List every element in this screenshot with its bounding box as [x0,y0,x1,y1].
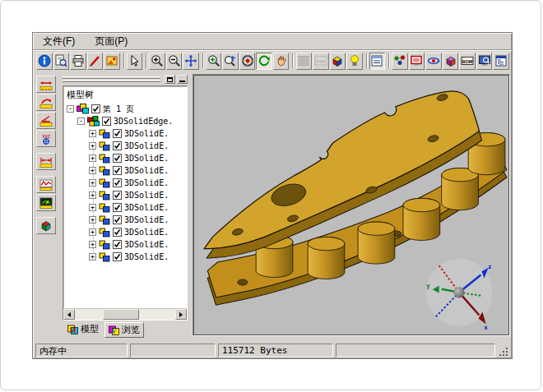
tree-item-row: + 3DSolidE. [63,226,187,238]
expand-toggle[interactable]: + [89,167,96,174]
tab-browse-label: 浏览 [122,324,140,336]
page-checkbox[interactable] [91,104,100,113]
menu-file[interactable]: 文件(F) [41,34,77,49]
part-icon [99,240,110,250]
expand-toggle[interactable]: + [89,241,96,248]
assembly-tools-button[interactable] [392,53,408,70]
structure-tree-button[interactable] [493,53,509,70]
coordinate-button[interactable]: xyz [36,130,56,147]
scroll-thumb[interactable] [103,309,139,320]
assembly-checkbox[interactable] [102,117,111,126]
expand-toggle[interactable]: + [89,204,96,211]
part-checkbox[interactable] [113,129,122,138]
cursor-icon [128,54,141,67]
orbit-view-button[interactable] [425,53,442,70]
light-button[interactable] [346,53,363,70]
expand-toggle[interactable]: + [89,191,96,199]
expand-toggle[interactable]: + [89,142,96,150]
print-preview-button[interactable] [53,53,70,70]
part-icon [99,215,110,225]
part-checkbox[interactable] [113,141,122,150]
part-checkbox[interactable] [113,166,122,175]
menu-page[interactable]: 页面(P) [93,34,129,49]
measure-radius-button[interactable] [36,94,56,111]
info-button[interactable] [36,53,53,70]
part-checkbox[interactable] [113,178,122,187]
measure-angle-button[interactable] [36,112,56,129]
pan-hand-button[interactable] [273,53,290,70]
pmi-button[interactable]: PMI [313,53,329,70]
main-toolbar: PMI BOM [33,49,512,71]
zoom-out-button[interactable] [166,53,183,70]
orbit-center-button[interactable] [239,53,256,70]
part-checkbox[interactable] [113,240,122,249]
pan-button[interactable] [183,53,199,70]
tree-item-label[interactable]: 3DSolidE. [124,203,169,212]
annotate-pen-button[interactable] [87,53,104,70]
tab-model[interactable]: M 模型 [64,322,102,336]
tree-assembly-label[interactable]: 3DSolidEdge. [114,117,173,126]
tab-browse[interactable]: V 浏览 [104,322,144,338]
tree-item-row: + 3DSolidE. [63,127,187,140]
zoom-in-button[interactable] [149,53,165,70]
tree-item-label[interactable]: 3DSolidE. [124,228,169,237]
model-tab-icon: M [67,325,78,334]
curve-analysis-button[interactable] [36,176,56,193]
part-checkbox[interactable] [113,215,122,224]
layers-button[interactable] [296,53,313,70]
screen-preview-button[interactable] [476,53,493,70]
view-cube-button[interactable] [330,53,346,70]
assembly-icon [393,54,406,67]
print-button[interactable] [70,53,86,70]
tree-item-label[interactable]: 3DSolidE. [124,154,169,163]
tree-item-label[interactable]: 3DSolidE. [124,178,169,187]
part-checkbox[interactable] [113,228,122,237]
tree-item-label[interactable]: 3DSolidE. [124,166,169,175]
viewport-canvas[interactable]: z x y [193,75,509,335]
solid-view-button[interactable] [443,53,459,70]
panel-toggle-button[interactable] [369,53,386,70]
bom-button[interactable]: BOM [459,53,476,70]
expand-toggle[interactable]: - [77,118,85,125]
tree-item-label[interactable]: 3DSolidE. [124,141,169,150]
tree-item-label[interactable]: 3DSolidE. [124,191,169,200]
expand-toggle[interactable]: + [89,179,96,187]
expand-toggle[interactable]: + [89,253,96,261]
part-checkbox[interactable] [113,191,122,200]
select-cursor-button[interactable] [127,53,143,70]
snapshot-button[interactable] [104,53,120,70]
scroll-track[interactable] [75,309,175,320]
expand-toggle[interactable]: + [89,154,96,162]
tree-item-label[interactable]: 3DSolidE. [124,215,169,224]
rotate-view-button[interactable] [256,53,272,70]
panel-float-button[interactable] [165,75,175,84]
measure-length-button[interactable] [36,76,56,93]
part-icon [99,166,110,176]
panel-hide-button[interactable] [177,75,188,84]
scroll-left-button[interactable] [63,309,75,320]
tree-item-label[interactable]: 3DSolidE. [124,240,169,249]
expand-toggle[interactable]: + [89,130,96,137]
part-checkbox[interactable] [113,252,122,261]
zoom-window-button[interactable] [206,53,222,70]
expand-toggle[interactable]: + [89,228,96,236]
tree-root-label[interactable]: 第 1 页 [103,104,134,115]
scroll-right-button[interactable] [175,309,187,320]
measure-distance-button[interactable] [36,153,56,170]
tree-item-label[interactable]: 3DSolidE. [124,252,169,261]
resize-grip[interactable] [498,344,509,357]
tree-item-label[interactable]: 3DSolidE. [124,129,169,138]
part-checkbox[interactable] [113,203,122,212]
svg-text:PMI: PMI [316,59,325,64]
panel-grip[interactable] [63,76,160,83]
print-preview-icon [54,54,67,67]
part-checkbox[interactable] [113,154,122,163]
zoom-window-icon [207,54,220,67]
tree-assembly-row: - 3DSolidEdge. [63,115,187,127]
expand-toggle[interactable]: - [67,105,74,113]
gauge-button[interactable] [36,194,56,211]
capture-window-button[interactable] [409,53,425,70]
expand-toggle[interactable]: + [89,216,96,224]
zoom-dynamic-button[interactable] [222,53,239,70]
volume-button[interactable] [36,217,56,234]
